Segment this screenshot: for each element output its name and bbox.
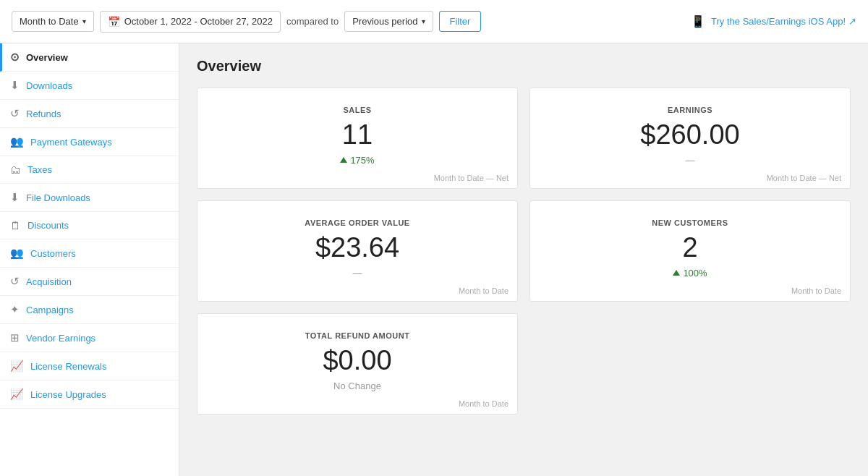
up-arrow-icon bbox=[673, 270, 680, 276]
card-avg-order: AVERAGE ORDER VALUE$23.64—Month to Date bbox=[197, 200, 518, 302]
sidebar-item-customers[interactable]: 👥Customers bbox=[0, 239, 179, 268]
card-label-total-refund: TOTAL REFUND AMOUNT bbox=[212, 331, 503, 340]
comparison-dropdown[interactable]: Previous period ▾ bbox=[344, 11, 433, 32]
ios-app-link[interactable]: Try the Sales/Earnings iOS App! ↗ bbox=[711, 16, 856, 27]
calendar-icon: 📅 bbox=[108, 16, 120, 27]
refunds-icon: ↺ bbox=[10, 107, 20, 120]
card-label-avg-order: AVERAGE ORDER VALUE bbox=[212, 218, 503, 227]
card-value-avg-order: $23.64 bbox=[212, 233, 503, 263]
external-link-icon: ↗ bbox=[848, 16, 856, 27]
cards-grid: SALES11175%Month to Date — NetEARNINGS$2… bbox=[197, 88, 851, 415]
sidebar-label-downloads: Downloads bbox=[26, 80, 72, 91]
header-right: 📱 Try the Sales/Earnings iOS App! ↗ bbox=[691, 14, 856, 28]
card-footer-sales: Month to Date — Net bbox=[434, 174, 509, 182]
sidebar-label-vendor-earnings: Vendor Earnings bbox=[26, 333, 95, 344]
sidebar-item-file-downloads[interactable]: ⬇File Downloads bbox=[0, 184, 179, 212]
card-sales: SALES11175%Month to Date — Net bbox=[197, 88, 518, 189]
sidebar-item-taxes[interactable]: 🗂Taxes bbox=[0, 156, 179, 184]
card-footer-avg-order: Month to Date bbox=[459, 286, 509, 295]
downloads-icon: ⬇ bbox=[10, 79, 20, 92]
payment-gateways-icon: 👥 bbox=[10, 135, 24, 148]
sidebar-item-vendor-earnings[interactable]: ⊞Vendor Earnings bbox=[0, 324, 179, 352]
card-change-total-refund: No Change bbox=[212, 381, 503, 391]
comparison-chevron-icon: ▾ bbox=[422, 17, 425, 25]
sidebar-item-downloads[interactable]: ⬇Downloads bbox=[0, 72, 179, 100]
license-renewals-icon: 📈 bbox=[10, 360, 24, 373]
sidebar-label-customers: Customers bbox=[30, 248, 76, 259]
sidebar-item-discounts[interactable]: 🗒Discounts bbox=[0, 212, 179, 239]
card-value-new-customers: 2 bbox=[545, 233, 835, 263]
sidebar-label-campaigns: Campaigns bbox=[26, 305, 74, 315]
layout: ⊙Overview⬇Downloads↺Refunds👥Payment Gate… bbox=[0, 43, 868, 476]
sidebar-item-campaigns[interactable]: ✦Campaigns bbox=[0, 296, 179, 324]
sidebar-item-license-renewals[interactable]: 📈License Renewals bbox=[0, 352, 179, 381]
sidebar-label-license-renewals: License Renewals bbox=[30, 361, 107, 372]
header: Month to Date ▾ 📅 October 1, 2022 - Octo… bbox=[0, 0, 868, 43]
period-dropdown[interactable]: Month to Date ▾ bbox=[12, 11, 94, 32]
sidebar-label-license-upgrades: License Upgrades bbox=[30, 389, 106, 400]
sidebar-item-overview[interactable]: ⊙Overview bbox=[0, 43, 179, 72]
card-label-earnings: EARNINGS bbox=[545, 106, 835, 114]
compared-to-label: compared to bbox=[286, 16, 339, 27]
sidebar-item-license-upgrades[interactable]: 📈License Upgrades bbox=[0, 381, 179, 409]
card-earnings: EARNINGS$260.00—Month to Date — Net bbox=[529, 88, 851, 189]
customers-icon: 👥 bbox=[10, 247, 24, 260]
card-value-total-refund: $0.00 bbox=[212, 346, 503, 376]
file-downloads-icon: ⬇ bbox=[10, 191, 20, 204]
sidebar-item-refunds[interactable]: ↺Refunds bbox=[0, 100, 179, 128]
card-footer-earnings: Month to Date — Net bbox=[767, 174, 841, 182]
card-label-new-customers: NEW CUSTOMERS bbox=[545, 218, 835, 227]
acquisition-icon: ↺ bbox=[10, 275, 20, 288]
card-footer-new-customers: Month to Date bbox=[791, 286, 841, 295]
period-chevron-icon: ▾ bbox=[82, 17, 86, 25]
sidebar-label-refunds: Refunds bbox=[26, 109, 61, 119]
up-arrow-icon bbox=[340, 157, 347, 163]
overview-icon: ⊙ bbox=[10, 51, 20, 64]
card-total-refund: TOTAL REFUND AMOUNT$0.00No ChangeMonth t… bbox=[197, 313, 518, 415]
sidebar-item-acquisition[interactable]: ↺Acquisition bbox=[0, 268, 179, 296]
sidebar-label-discounts: Discounts bbox=[27, 220, 69, 231]
card-change-sales: 175% bbox=[212, 155, 503, 166]
phone-icon: 📱 bbox=[691, 14, 705, 28]
card-new-customers: NEW CUSTOMERS2100%Month to Date bbox=[529, 200, 851, 302]
sidebar-label-payment-gateways: Payment Gateways bbox=[30, 137, 112, 148]
filter-button[interactable]: Filter bbox=[439, 11, 482, 32]
change-value-sales: 175% bbox=[350, 155, 374, 166]
ios-app-text: Try the Sales/Earnings iOS App! bbox=[711, 16, 846, 27]
sidebar: ⊙Overview⬇Downloads↺Refunds👥Payment Gate… bbox=[0, 43, 179, 476]
card-label-sales: SALES bbox=[212, 106, 503, 114]
card-value-earnings: $260.00 bbox=[545, 120, 835, 150]
change-value-new-customers: 100% bbox=[683, 268, 707, 279]
campaigns-icon: ✦ bbox=[10, 303, 20, 316]
sidebar-label-overview: Overview bbox=[26, 52, 68, 63]
sidebar-label-file-downloads: File Downloads bbox=[26, 192, 90, 203]
sidebar-label-taxes: Taxes bbox=[27, 164, 52, 175]
license-upgrades-icon: 📈 bbox=[10, 388, 24, 401]
sidebar-label-acquisition: Acquisition bbox=[26, 276, 72, 287]
vendor-earnings-icon: ⊞ bbox=[10, 331, 20, 344]
card-footer-total-refund: Month to Date bbox=[459, 399, 509, 408]
comparison-label: Previous period bbox=[352, 16, 417, 27]
main-content: Overview SALES11175%Month to Date — NetE… bbox=[179, 43, 868, 476]
card-change-avg-order: — bbox=[212, 268, 503, 279]
date-range-button[interactable]: 📅 October 1, 2022 - October 27, 2022 bbox=[100, 11, 281, 33]
period-label: Month to Date bbox=[20, 16, 79, 27]
card-value-sales: 11 bbox=[212, 120, 503, 150]
date-range-text: October 1, 2022 - October 27, 2022 bbox=[124, 16, 273, 27]
header-left: Month to Date ▾ 📅 October 1, 2022 - Octo… bbox=[12, 11, 684, 33]
discounts-icon: 🗒 bbox=[10, 219, 21, 231]
sidebar-item-payment-gateways[interactable]: 👥Payment Gateways bbox=[0, 128, 179, 156]
taxes-icon: 🗂 bbox=[10, 163, 21, 176]
card-change-new-customers: 100% bbox=[545, 268, 835, 279]
page-title: Overview bbox=[197, 58, 851, 75]
card-change-earnings: — bbox=[545, 155, 835, 166]
